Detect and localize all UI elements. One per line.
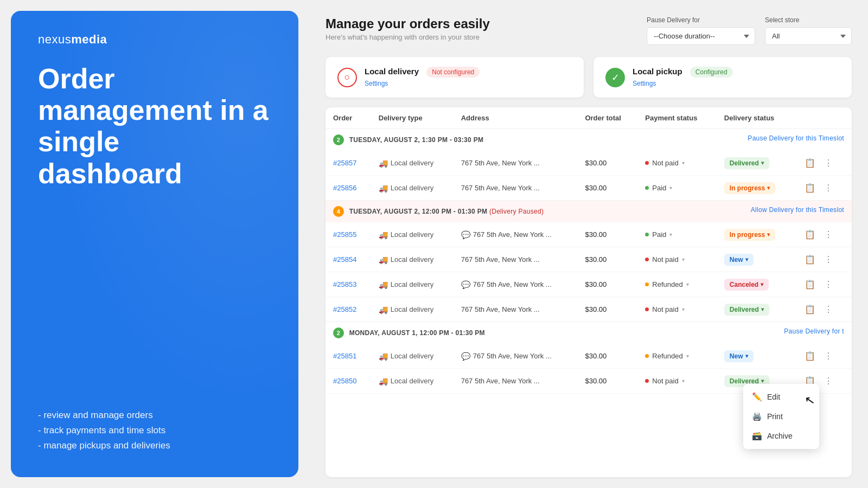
payment-chevron-icon[interactable]: ▾: [686, 353, 689, 359]
more-options-button[interactable]: ⋮: [821, 228, 835, 241]
col-delivery-type: Delivery type: [371, 107, 454, 129]
payment-chevron-icon[interactable]: ▾: [682, 160, 685, 166]
delivery-type-cell: 🚚 Local delivery: [371, 272, 454, 297]
group-action[interactable]: Allow Delivery for this Timeslot: [751, 206, 844, 214]
group-action[interactable]: Pause Delivery for t: [784, 328, 844, 335]
hero-title: Order management in a single dashboard: [38, 63, 271, 189]
payment-text: Not paid: [652, 377, 678, 385]
copy-button[interactable]: 📋: [802, 156, 818, 170]
address-cell: 767 5th Ave, New York ...: [454, 247, 578, 272]
payment-dot: [645, 258, 649, 261]
more-options-button[interactable]: ⋮: [821, 181, 835, 195]
payment-chevron-icon[interactable]: ▾: [682, 256, 685, 262]
header-row: Manage your orders easily Here's what's …: [326, 16, 852, 45]
pause-delivery-select[interactable]: --Choose duration--: [647, 27, 755, 45]
context-menu-print[interactable]: 🖨️ Print: [743, 407, 819, 426]
feature-item-3: - manage pickups and deliveries: [38, 440, 271, 451]
copy-button[interactable]: 📋: [802, 349, 818, 363]
local-pickup-settings-link[interactable]: Settings: [633, 80, 656, 87]
delivery-status-badge[interactable]: In progress ▾: [724, 229, 775, 241]
order-link[interactable]: #25857: [333, 159, 356, 167]
address-cell: 767 5th Ave, New York ...: [454, 369, 578, 394]
payment-chevron-icon[interactable]: ▾: [682, 378, 685, 384]
delivery-type-value: 🚚 Local delivery: [379, 159, 446, 168]
print-icon: 🖨️: [752, 412, 762, 421]
payment-chevron-icon[interactable]: ▾: [682, 306, 685, 312]
logo-regular: nexus: [38, 33, 71, 46]
action-icons: 📋 ⋮: [802, 253, 844, 266]
address-cell: 767 5th Ave, New York ...: [454, 297, 578, 322]
col-order: Order: [326, 107, 371, 129]
delivery-status-badge[interactable]: In progress ▾: [724, 182, 775, 194]
more-options-button[interactable]: ⋮: [821, 374, 835, 388]
delivery-type-cell: 🚚 Local delivery: [371, 247, 454, 272]
order-link[interactable]: #25856: [333, 184, 356, 192]
group-badge: 2: [333, 134, 344, 145]
copy-button[interactable]: 📋: [802, 278, 818, 291]
payment-chevron-icon[interactable]: ▾: [669, 232, 672, 237]
address-text: 767 5th Ave, New York ...: [473, 230, 552, 239]
context-menu[interactable]: ✏️ Edit 🖨️ Print 🗃️ Archive: [743, 384, 819, 449]
order-id-cell: #25850: [326, 369, 371, 394]
chat-icon: 💬: [461, 352, 470, 361]
more-options-button[interactable]: ⋮: [821, 253, 835, 266]
payment-text: Not paid: [652, 305, 678, 313]
context-menu-edit[interactable]: ✏️ Edit: [743, 387, 819, 407]
delivery-status-cell: Canceled ▾: [717, 272, 795, 297]
copy-button[interactable]: 📋: [802, 253, 818, 266]
address-cell: 💬 767 5th Ave, New York ...: [454, 222, 578, 247]
delivery-status-badge[interactable]: New ▾: [724, 254, 754, 266]
actions-cell: 📋 ⋮: [794, 247, 852, 272]
order-link[interactable]: #25852: [333, 305, 356, 313]
order-link[interactable]: #25850: [333, 377, 356, 385]
feature-item-2: - track payments and time slots: [38, 425, 271, 436]
order-link[interactable]: #25854: [333, 255, 356, 264]
table-row: #25855 🚚 Local delivery 💬 767 5th Ave, N…: [326, 222, 852, 247]
payment-status-cell: Not paid ▾: [637, 297, 717, 322]
delivery-status-badge[interactable]: New ▾: [724, 350, 754, 362]
delivery-status-cell: Delivered ▾: [717, 297, 795, 322]
more-options-button[interactable]: ⋮: [821, 349, 835, 363]
features-list: - review and manage orders - track payme…: [38, 388, 271, 455]
order-link[interactable]: #25853: [333, 280, 356, 288]
payment-text: Refunded: [652, 352, 682, 360]
group-action[interactable]: Pause Delivery for this Timeslot: [748, 134, 844, 142]
delivery-status-badge[interactable]: Canceled ▾: [724, 279, 769, 291]
payment-status-value: Not paid ▾: [645, 305, 709, 313]
delivery-status-badge[interactable]: Delivered ▾: [724, 157, 769, 169]
action-icons: 📋 ⋮: [802, 181, 844, 195]
delivery-truck-icon: 🚚: [379, 377, 388, 386]
address-cell: 💬 767 5th Ave, New York ...: [454, 344, 578, 369]
col-actions: [794, 107, 852, 129]
address-text: 767 5th Ave, New York ...: [461, 305, 540, 313]
context-menu-edit-label: Edit: [767, 393, 780, 401]
payment-dot: [645, 233, 649, 236]
local-delivery-name: Local delivery Not configured: [365, 67, 480, 76]
more-options-button[interactable]: ⋮: [821, 303, 835, 316]
more-options-button[interactable]: ⋮: [821, 278, 835, 291]
local-delivery-settings-link[interactable]: Settings: [365, 80, 388, 87]
delivery-status-badge[interactable]: Delivered ▾: [724, 304, 769, 316]
group-row-cell: 2 TUESDAY, AUGUST 2, 1:30 PM - 03:30 PM …: [326, 129, 852, 151]
local-pickup-info: Local pickup Configured Settings: [633, 67, 733, 88]
payment-chevron-icon[interactable]: ▾: [686, 281, 689, 287]
more-options-button[interactable]: ⋮: [821, 156, 835, 170]
context-menu-archive[interactable]: 🗃️ Archive: [743, 426, 819, 446]
delivery-type-value: 🚚 Local delivery: [379, 230, 446, 239]
copy-button[interactable]: 📋: [802, 181, 818, 195]
store-select[interactable]: All: [765, 27, 852, 45]
payment-chevron-icon[interactable]: ▾: [669, 185, 672, 191]
copy-button[interactable]: 📋: [802, 228, 818, 241]
delivery-type-cell: 🚚 Local delivery: [371, 369, 454, 394]
badge-arrow-icon: ▾: [745, 353, 748, 359]
group-badge: 4: [333, 206, 344, 217]
order-link[interactable]: #25851: [333, 352, 356, 360]
total-cell: $30.00: [577, 369, 637, 394]
payment-status-value: Not paid ▾: [645, 159, 709, 167]
local-pickup-icon: ✓: [605, 68, 625, 87]
order-total: $30.00: [585, 255, 607, 264]
chat-icon: 💬: [461, 230, 470, 239]
order-link[interactable]: #25855: [333, 230, 356, 239]
payment-text: Paid: [652, 230, 666, 239]
copy-button[interactable]: 📋: [802, 303, 818, 316]
